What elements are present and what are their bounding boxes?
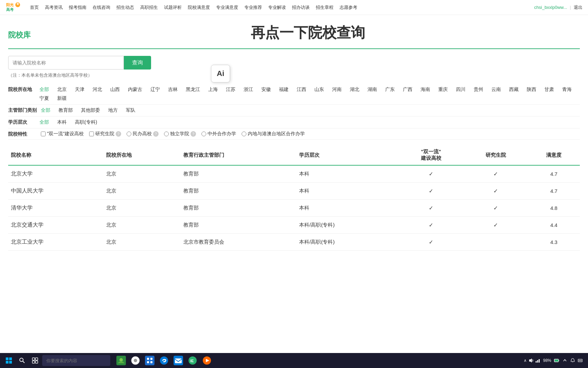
cell-name: 中国人民大学 bbox=[8, 183, 103, 200]
location-shanxi[interactable]: 山西 bbox=[109, 86, 121, 93]
table-row[interactable]: 北京大学 北京 教育部 本科 ✓ ✓ 4.7 bbox=[8, 165, 580, 183]
nav-logout[interactable]: 退出 bbox=[574, 4, 583, 11]
svg-text:高考: 高考 bbox=[6, 7, 14, 12]
location-heilongjiang[interactable]: 黑龙江 bbox=[184, 86, 201, 93]
nav-home[interactable]: 首页 bbox=[30, 4, 39, 11]
location-hainan[interactable]: 海南 bbox=[419, 86, 431, 93]
char-sino-foreign[interactable]: 中外合作办学 bbox=[201, 131, 236, 137]
location-gansu[interactable]: 甘肃 bbox=[543, 86, 555, 93]
col-location: 院校所在地 bbox=[103, 145, 181, 165]
private-radio[interactable] bbox=[127, 132, 131, 136]
char-private[interactable]: 民办高校 ? bbox=[127, 131, 159, 137]
location-guangdong[interactable]: 广东 bbox=[384, 86, 396, 93]
cell-edu: 本科/高职(专科) bbox=[296, 217, 398, 234]
location-hubei[interactable]: 湖北 bbox=[348, 86, 361, 93]
location-hunan[interactable]: 湖南 bbox=[366, 86, 378, 93]
location-xizang[interactable]: 西藏 bbox=[508, 86, 520, 93]
dept-local[interactable]: 地方 bbox=[107, 107, 119, 114]
location-guangxi[interactable]: 广西 bbox=[402, 86, 414, 93]
location-shaanxi[interactable]: 陕西 bbox=[525, 86, 538, 93]
edu-vocational[interactable]: 高职(专科) bbox=[74, 119, 98, 126]
location-henan[interactable]: 河南 bbox=[331, 86, 343, 93]
dept-edu[interactable]: 教育部 bbox=[57, 107, 74, 114]
location-jiangxi[interactable]: 江西 bbox=[295, 86, 308, 93]
independent-radio[interactable] bbox=[164, 132, 169, 136]
location-shandong[interactable]: 山东 bbox=[313, 86, 325, 93]
location-qinghai[interactable]: 青海 bbox=[561, 86, 573, 93]
cell-dept: 北京市教育委员会 bbox=[181, 234, 296, 251]
location-tianjin[interactable]: 天津 bbox=[74, 86, 86, 93]
location-all[interactable]: 全部 bbox=[38, 86, 50, 93]
location-beijing[interactable]: 北京 bbox=[56, 86, 68, 93]
nav-major-explain[interactable]: 专业解读 bbox=[268, 4, 286, 11]
cell-grad bbox=[463, 234, 528, 251]
nav-vocational[interactable]: 高职招生 bbox=[140, 4, 158, 11]
dept-military[interactable]: 军队 bbox=[125, 107, 137, 114]
location-yunnan[interactable]: 云南 bbox=[490, 86, 502, 93]
location-fujian[interactable]: 福建 bbox=[278, 86, 290, 93]
dept-all[interactable]: 全部 bbox=[39, 107, 52, 114]
edu-benke[interactable]: 本科 bbox=[56, 119, 68, 126]
hk-macao-radio[interactable] bbox=[242, 132, 246, 136]
location-anhui[interactable]: 安徽 bbox=[260, 86, 272, 93]
location-neimenggu[interactable]: 内蒙古 bbox=[127, 86, 144, 93]
table-row[interactable]: 北京交通大学 北京 教育部 本科/高职(专科) ✓ ✓ 4.4 bbox=[8, 217, 580, 234]
col-dept: 教育行政主管部门 bbox=[181, 145, 296, 165]
location-jiangsu[interactable]: 江苏 bbox=[225, 86, 237, 93]
double-first-class-checkbox[interactable] bbox=[41, 132, 46, 136]
location-jilin[interactable]: 吉林 bbox=[167, 86, 179, 93]
independent-help-icon[interactable]: ? bbox=[191, 131, 196, 137]
table-row[interactable]: 北京工业大学 北京 北京市教育委员会 本科/高职(专科) ✓ 4.3 bbox=[8, 234, 580, 251]
nav-major-rec[interactable]: 专业推荐 bbox=[244, 4, 262, 11]
search-area: 查询 bbox=[8, 56, 580, 70]
nav-volunteer-ref[interactable]: 志愿参考 bbox=[340, 4, 357, 11]
char-grad-school[interactable]: 研究生院 ? bbox=[89, 131, 121, 137]
cell-syl: ✓ bbox=[399, 165, 463, 183]
nav-apply-guide[interactable]: 报考指南 bbox=[69, 4, 86, 11]
cell-dept: 教育部 bbox=[181, 200, 296, 217]
location-zhejiang[interactable]: 浙江 bbox=[242, 86, 255, 93]
col-grad: 研究生院 bbox=[463, 145, 528, 165]
nav-major-satisfaction[interactable]: 专业满意度 bbox=[216, 4, 238, 11]
svg-text:阳光: 阳光 bbox=[6, 3, 14, 7]
grad-school-help-icon[interactable]: ? bbox=[116, 131, 121, 137]
table-row[interactable]: 清华大学 北京 教育部 本科 ✓ ✓ 4.8 bbox=[8, 200, 580, 217]
table-row[interactable]: 中国人民大学 北京 教育部 本科 ✓ ✓ 4.7 bbox=[8, 183, 580, 200]
nav-interview[interactable]: 招办访谈 bbox=[292, 4, 310, 11]
nav-online-consult[interactable]: 在线咨询 bbox=[93, 4, 110, 11]
university-table: 院校名称 院校所在地 教育行政主管部门 学历层次 "双一流"建设高校 研究生院 … bbox=[8, 145, 580, 251]
char-independent[interactable]: 独立学院 ? bbox=[164, 131, 196, 137]
char-hk-macao[interactable]: 内地与港澳台地区合作办学 bbox=[242, 131, 305, 137]
cell-name: 北京工业大学 bbox=[8, 234, 103, 251]
location-sichuan[interactable]: 四川 bbox=[455, 86, 467, 93]
edu-options: 全部 本科 高职(专科) bbox=[38, 119, 580, 126]
location-guizhou[interactable]: 贵州 bbox=[472, 86, 485, 93]
search-input[interactable] bbox=[8, 56, 124, 70]
location-shanghai[interactable]: 上海 bbox=[207, 86, 219, 93]
cell-rating: 4.7 bbox=[528, 183, 580, 200]
nav-exam-eval[interactable]: 试题评析 bbox=[164, 4, 182, 11]
location-ningxia[interactable]: 宁夏 bbox=[38, 95, 50, 102]
location-liaoning[interactable]: 辽宁 bbox=[149, 86, 161, 93]
dept-other[interactable]: 其他部委 bbox=[80, 107, 101, 114]
cell-syl: ✓ bbox=[399, 183, 463, 200]
location-chongqing[interactable]: 重庆 bbox=[437, 86, 449, 93]
cell-dept: 教育部 bbox=[181, 165, 296, 183]
grad-school-checkbox[interactable] bbox=[89, 132, 94, 136]
edu-all[interactable]: 全部 bbox=[38, 119, 50, 126]
nav-school-satisfaction[interactable]: 院校满意度 bbox=[188, 4, 210, 11]
search-button[interactable]: 查询 bbox=[124, 56, 151, 70]
cell-dept: 教育部 bbox=[181, 183, 296, 200]
cell-edu: 本科/高职(专科) bbox=[296, 234, 398, 251]
location-hebei[interactable]: 河北 bbox=[91, 86, 103, 93]
char-double-first-class[interactable]: "双一流"建设高校 bbox=[41, 131, 84, 137]
dept-filter-row: 主管部门类别 全部 教育部 其他部委 地方 军队 bbox=[8, 105, 580, 117]
logo[interactable]: 阳光 高考 bbox=[5, 1, 20, 14]
private-help-icon[interactable]: ? bbox=[153, 131, 159, 137]
sino-foreign-radio[interactable] bbox=[201, 132, 206, 136]
location-xinjiang[interactable]: 新疆 bbox=[56, 95, 68, 102]
nav-enroll-rules[interactable]: 招生章程 bbox=[316, 4, 333, 11]
nav-enroll-news[interactable]: 招生动态 bbox=[116, 4, 134, 11]
nav-gaokao-info[interactable]: 高考资讯 bbox=[45, 4, 63, 11]
cell-grad: ✓ bbox=[463, 183, 528, 200]
